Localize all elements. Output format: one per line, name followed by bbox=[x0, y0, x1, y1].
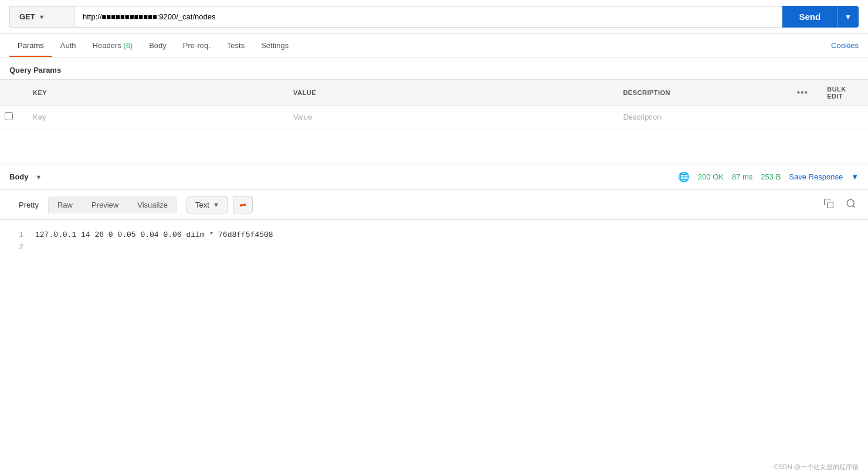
value-cell[interactable]: Value bbox=[284, 106, 613, 128]
response-header: Body ▼ 🌐 200 OK 87 ms 253 B Save Respons… bbox=[0, 164, 868, 190]
search-button[interactable] bbox=[843, 196, 859, 213]
headers-badge: (6) bbox=[123, 41, 133, 50]
table-row: Key Value Description bbox=[0, 106, 868, 128]
body-chevron-icon[interactable]: ▼ bbox=[36, 174, 42, 181]
view-tab-raw[interactable]: Raw bbox=[48, 196, 82, 213]
url-input[interactable] bbox=[74, 6, 782, 28]
key-column-header: KEY bbox=[23, 80, 284, 106]
tab-tests[interactable]: Tests bbox=[219, 34, 253, 57]
tab-body[interactable]: Body bbox=[141, 34, 175, 57]
status-ok: 200 OK bbox=[698, 172, 724, 181]
save-response-chevron[interactable]: ▼ bbox=[851, 172, 859, 181]
svg-point-1 bbox=[847, 199, 854, 206]
row-checkbox[interactable] bbox=[5, 112, 13, 120]
tab-prereq[interactable]: Pre-req. bbox=[175, 34, 219, 57]
line-content-1: 127.0.0.1 14 26 0 0.05 0.04 0.06 dilm * … bbox=[35, 229, 273, 242]
tab-params[interactable]: Params bbox=[9, 34, 52, 57]
method-label: GET bbox=[19, 12, 35, 21]
wrap-button[interactable]: ⇌ bbox=[233, 196, 253, 213]
table-header-row: KEY VALUE DESCRIPTION ••• Bulk Edit bbox=[0, 80, 868, 106]
line-number-1: 1 bbox=[12, 229, 23, 242]
tabs-row: Params Auth Headers (6) Body Pre-req. Te… bbox=[0, 34, 868, 57]
search-icon bbox=[846, 198, 856, 209]
view-tabs: Pretty Raw Preview Visualize bbox=[9, 196, 177, 213]
code-line-1: 1 127.0.0.1 14 26 0 0.05 0.04 0.06 dilm … bbox=[12, 229, 856, 242]
method-chevron-icon: ▼ bbox=[39, 13, 45, 21]
method-select[interactable]: GET ▼ bbox=[9, 6, 74, 28]
response-body: 1 127.0.0.1 14 26 0 0.05 0.04 0.06 dilm … bbox=[0, 220, 868, 263]
more-icon[interactable]: ••• bbox=[796, 87, 808, 97]
query-params-label: Query Params bbox=[0, 57, 868, 79]
response-size: 253 B bbox=[761, 172, 781, 181]
body-label: Body bbox=[9, 172, 29, 181]
copy-button[interactable] bbox=[821, 196, 836, 213]
url-bar: GET ▼ Send ▼ bbox=[0, 0, 868, 34]
send-dropdown-button[interactable]: ▼ bbox=[837, 6, 859, 28]
svg-rect-0 bbox=[828, 202, 833, 208]
format-chevron-icon: ▼ bbox=[213, 201, 219, 208]
checkbox-col bbox=[0, 80, 23, 106]
save-response-link[interactable]: Save Response bbox=[789, 172, 843, 181]
row-checkbox-cell bbox=[0, 106, 23, 128]
send-btn-group: Send ▼ bbox=[782, 6, 859, 28]
bulk-edit-header[interactable]: Bulk Edit bbox=[818, 80, 868, 106]
status-group: 🌐 200 OK 87 ms 253 B Save Response ▼ bbox=[678, 171, 859, 182]
key-cell[interactable]: Key bbox=[23, 106, 284, 128]
tabs-right: Cookies bbox=[831, 41, 859, 50]
tab-settings[interactable]: Settings bbox=[253, 34, 297, 57]
more-column: ••• bbox=[787, 80, 818, 106]
desc-column-header: DESCRIPTION bbox=[613, 80, 787, 106]
query-params-section: Query Params KEY VALUE DESCRIPTION ••• B… bbox=[0, 57, 868, 128]
more-cell bbox=[787, 106, 818, 128]
desc-cell[interactable]: Description bbox=[613, 106, 787, 128]
view-tab-preview[interactable]: Preview bbox=[82, 196, 128, 213]
wrap-icon: ⇌ bbox=[239, 200, 246, 209]
line-number-2: 2 bbox=[12, 242, 23, 254]
format-label: Text bbox=[195, 201, 209, 209]
view-tab-visualize[interactable]: Visualize bbox=[128, 196, 177, 213]
copy-icon bbox=[823, 198, 834, 209]
bulk-cell bbox=[818, 106, 868, 128]
tab-auth[interactable]: Auth bbox=[52, 34, 84, 57]
response-toolbar: Pretty Raw Preview Visualize Text ▼ ⇌ bbox=[0, 190, 868, 220]
send-button[interactable]: Send bbox=[782, 6, 837, 28]
format-select[interactable]: Text ▼ bbox=[187, 196, 228, 213]
view-tab-pretty[interactable]: Pretty bbox=[9, 196, 48, 213]
cookies-link[interactable]: Cookies bbox=[831, 34, 859, 57]
code-line-2: 2 bbox=[12, 242, 856, 254]
globe-icon: 🌐 bbox=[678, 171, 690, 182]
params-table: KEY VALUE DESCRIPTION ••• Bulk Edit Key … bbox=[0, 79, 868, 128]
value-column-header: VALUE bbox=[284, 80, 613, 106]
svg-line-2 bbox=[853, 205, 855, 207]
response-section: Body ▼ 🌐 200 OK 87 ms 253 B Save Respons… bbox=[0, 164, 868, 263]
response-time: 87 ms bbox=[732, 172, 752, 181]
toolbar-right bbox=[821, 196, 859, 213]
tab-headers[interactable]: Headers (6) bbox=[84, 34, 141, 57]
